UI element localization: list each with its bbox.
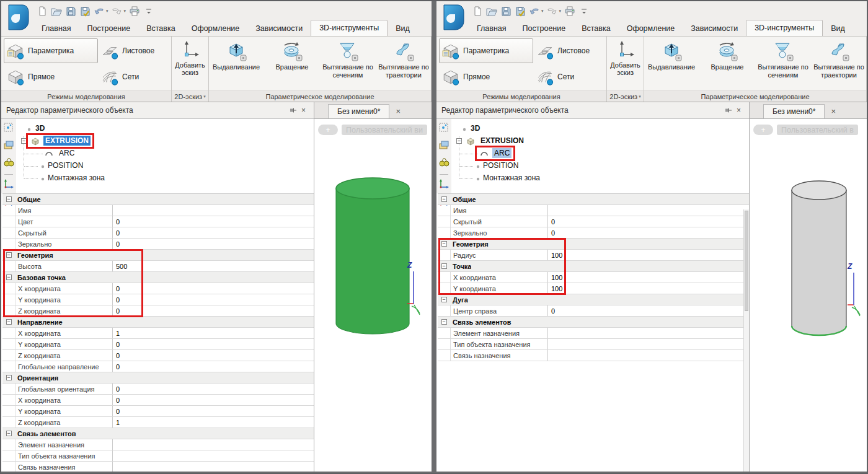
print-icon[interactable] (562, 4, 577, 19)
properties-palette-icon[interactable] (3, 139, 14, 153)
redo-dropdown-icon[interactable]: ▾ (559, 9, 562, 14)
tree-item-монтажная-зона[interactable]: Монтажная зона (16, 172, 314, 185)
mesh-mode-button[interactable]: Сети (533, 64, 606, 89)
property-value[interactable]: 100 (547, 283, 749, 294)
group-flyout-icon[interactable]: ▾ (203, 92, 206, 102)
select-objects-icon[interactable] (438, 122, 450, 136)
redo-dropdown-icon[interactable]: ▾ (124, 9, 126, 14)
property-value[interactable]: 100 (547, 272, 749, 283)
direct-mode-button[interactable]: Прямое (439, 64, 533, 89)
collapse-box[interactable]: − (2, 317, 15, 327)
collapse-box[interactable]: − (438, 294, 450, 305)
collapse-icon[interactable]: − (6, 375, 12, 380)
pin-icon[interactable] (723, 107, 733, 114)
save-icon[interactable] (498, 4, 513, 19)
tree-item-extrusion[interactable]: −EXTRUSION (451, 135, 749, 147)
collapse-box[interactable]: − (2, 272, 15, 283)
model-canvas[interactable]: + Пользовательский ви Z (314, 119, 432, 472)
mesh-mode-button[interactable]: Сети (98, 64, 171, 89)
collapse-icon[interactable]: − (6, 319, 12, 325)
scrollbar-thumb[interactable] (745, 211, 748, 311)
collapse-icon[interactable]: − (456, 138, 462, 144)
property-value[interactable] (547, 205, 749, 216)
ribbon-tab-1[interactable]: Главная (33, 21, 79, 36)
ribbon-tab-2[interactable]: Построение (79, 21, 139, 36)
save-as-icon[interactable] (78, 4, 92, 19)
undo-icon[interactable] (92, 4, 106, 19)
property-value[interactable] (112, 205, 314, 216)
open-file-icon[interactable] (49, 4, 63, 19)
collapse-box[interactable]: − (438, 194, 450, 204)
property-value[interactable]: 0 (112, 227, 314, 238)
new-file-icon[interactable] (470, 4, 484, 19)
select-objects-icon[interactable] (3, 122, 14, 136)
new-file-icon[interactable] (35, 4, 49, 19)
document-tab[interactable]: Без имени0* (328, 104, 389, 118)
property-value[interactable] (547, 350, 749, 361)
pin-icon[interactable] (288, 107, 298, 114)
property-value[interactable]: 0 (112, 350, 314, 361)
tree-item-position[interactable]: POSITION (451, 160, 749, 172)
document-tab[interactable]: Без имени0* (763, 104, 825, 118)
view-plus-button[interactable]: + (318, 125, 338, 135)
group-flyout-icon[interactable]: ▾ (639, 92, 641, 102)
property-value[interactable]: 0 (112, 361, 314, 372)
find-icon[interactable] (3, 157, 14, 170)
properties-palette-icon[interactable] (438, 139, 450, 153)
sweep-button[interactable]: Вытягивание по траектории (376, 40, 431, 90)
revolve-button[interactable]: Вращение (265, 40, 319, 90)
property-value[interactable]: 0 (112, 395, 314, 405)
property-value[interactable]: 100 (547, 250, 749, 260)
ribbon-tab-6[interactable]: 3D-инструменты (746, 20, 823, 36)
loft-button[interactable]: Вытягивание по сечениям (321, 40, 375, 90)
ribbon-tab-5[interactable]: Зависимости (683, 21, 746, 36)
tree-item-3d[interactable]: 3D (16, 123, 314, 135)
tree-item-arc[interactable]: ARC (16, 147, 314, 160)
property-value[interactable]: 500 (112, 261, 314, 271)
tree-item-3d[interactable]: 3D (451, 123, 749, 135)
save-icon[interactable] (63, 4, 78, 19)
collapse-icon[interactable]: − (6, 252, 12, 258)
tree-item-position[interactable]: POSITION (16, 160, 314, 172)
revolve-button[interactable]: Вращение (700, 40, 755, 90)
extrude-button[interactable]: Выдавливание (209, 40, 264, 90)
redo-icon[interactable] (110, 4, 124, 19)
collapse-box[interactable]: − (438, 261, 450, 271)
collapse-icon[interactable]: − (441, 263, 447, 269)
property-value[interactable]: 0 (112, 305, 314, 316)
tree-item-монтажная-зона[interactable]: Монтажная зона (451, 172, 749, 185)
ribbon-tab-1[interactable]: Главная (469, 21, 515, 36)
property-value[interactable]: 0 (547, 305, 749, 316)
view-name-pill[interactable]: Пользовательский ви (342, 125, 427, 135)
parametric-mode-button[interactable]: Параметрика (439, 38, 533, 63)
extrude-button[interactable]: Выдавливание (644, 40, 699, 90)
property-value[interactable]: 0 (112, 294, 314, 305)
add-sketch-button[interactable]: Добавить эскиз (607, 37, 644, 90)
ribbon-tab-4[interactable]: Оформление (184, 21, 248, 36)
property-value[interactable]: 0 (112, 216, 314, 227)
collapse-icon[interactable]: − (6, 431, 12, 436)
collapse-box[interactable]: − (2, 194, 15, 204)
document-close-icon[interactable]: × (831, 107, 836, 115)
ribbon-tab-4[interactable]: Оформление (619, 21, 683, 36)
open-file-icon[interactable] (484, 4, 498, 19)
property-value[interactable] (112, 462, 314, 472)
property-value[interactable] (112, 439, 314, 450)
document-close-icon[interactable]: × (396, 107, 401, 115)
collapse-icon[interactable]: − (21, 138, 27, 144)
collapse-icon[interactable]: − (441, 196, 447, 202)
undo-dropdown-icon[interactable]: ▾ (541, 9, 544, 14)
local-axes-icon[interactable] (438, 178, 450, 192)
collapse-icon[interactable]: − (441, 297, 447, 302)
ribbon-tab-3[interactable]: Вставка (574, 21, 618, 36)
app-logo-icon[interactable] (5, 2, 31, 32)
undo-dropdown-icon[interactable]: ▾ (106, 9, 108, 14)
collapse-icon[interactable]: − (441, 319, 447, 325)
collapse-icon[interactable]: − (441, 241, 447, 247)
parametric-mode-button[interactable]: Параметрика (4, 38, 98, 63)
toolbar-overflow-icon[interactable] (577, 4, 591, 19)
collapse-box[interactable]: − (2, 372, 15, 383)
property-value[interactable]: 1 (112, 417, 314, 428)
undo-icon[interactable] (527, 4, 541, 19)
sheet-mode-button[interactable]: Листовое (533, 38, 606, 63)
